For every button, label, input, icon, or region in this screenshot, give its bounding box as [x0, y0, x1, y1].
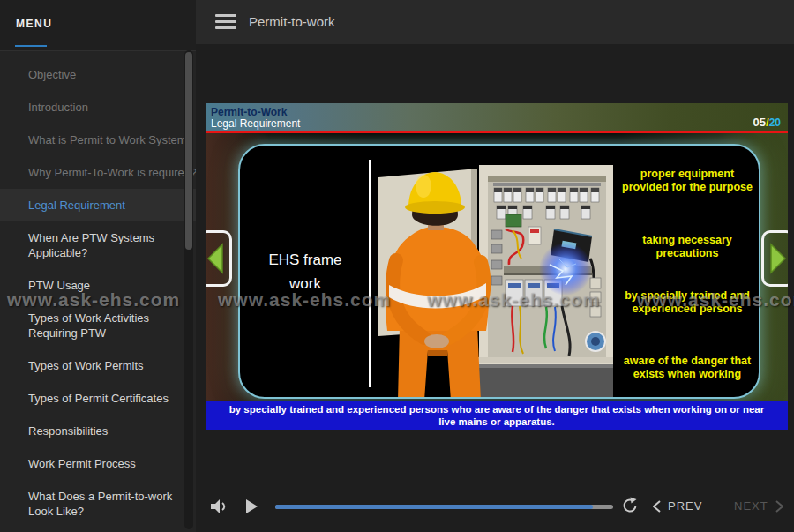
prev-button[interactable]: PREV — [653, 499, 702, 513]
content-panel: EHS frame work — [238, 144, 760, 399]
sidebar-item-legal-requirement[interactable]: Legal Requirement — [0, 189, 196, 221]
topbar: Permit-to-work — [196, 0, 794, 44]
sidebar-item-what-does-ptw-look-like[interactable]: What Does a Permit-to-work Look Like? — [0, 480, 196, 528]
chevron-left-icon — [653, 500, 661, 513]
sidebar-item-objective[interactable]: Objective — [0, 58, 196, 91]
arrow-left-icon — [206, 239, 227, 278]
volume-button[interactable] — [209, 498, 230, 515]
page-current: 05 — [753, 116, 766, 129]
bullet-trained-persons: by specially trained and experienced per… — [619, 289, 755, 316]
bullet-list: proper equipment provided for the purpos… — [619, 146, 755, 399]
hamburger-icon[interactable] — [215, 14, 236, 30]
electric-arc — [539, 243, 592, 296]
next-label: NEXT — [734, 499, 768, 513]
slide: Permit-to-Work Legal Requirement 05/20 E… — [206, 103, 788, 430]
ehs-framework-label: EHS frame work — [240, 248, 371, 296]
sidebar-item-when-applicable[interactable]: When Are PTW Systems Applicable? — [0, 221, 196, 269]
page-total: 20 — [769, 116, 781, 129]
sidebar-item-work-activities[interactable]: Types of Work Activities Requiring PTW — [0, 302, 196, 349]
slide-stage: EHS frame work — [206, 133, 788, 401]
course-player: MENU Objective Introduction What is Perm… — [0, 0, 794, 532]
sidebar-header: MENU — [0, 0, 196, 51]
slide-title: Permit-to-Work — [211, 106, 287, 118]
next-button[interactable]: NEXT — [734, 499, 783, 513]
sidebar: MENU Objective Introduction What is Perm… — [0, 0, 196, 532]
sidebar-item-what-is-ptw[interactable]: What is Permit to Work System? — [0, 124, 196, 156]
prev-label: PREV — [668, 499, 702, 513]
replay-button[interactable] — [621, 497, 639, 514]
vertical-divider — [369, 160, 371, 387]
sidebar-scrollbar-thumb[interactable] — [185, 52, 192, 250]
chevron-right-icon — [775, 500, 783, 513]
play-icon — [244, 498, 258, 514]
main-content: Permit-to-work Permit-to-Work Legal Requ… — [196, 0, 794, 532]
sidebar-item-permit-certificates[interactable]: Types of Permit Certificates — [0, 382, 196, 415]
next-slide-arrow-button[interactable] — [761, 230, 788, 287]
sidebar-item-work-permit-process[interactable]: Work Permit Process — [0, 447, 196, 480]
bullet-proper-equipment: proper equipment provided for the purpos… — [619, 168, 755, 194]
slide-subtitle: Legal Requirement — [211, 117, 300, 130]
worker-electrical-panel-illustration — [373, 146, 620, 399]
menu-label: MENU — [16, 18, 52, 30]
seek-bar[interactable] — [275, 505, 613, 509]
electrical-cabinet — [479, 165, 613, 368]
sidebar-scrollbar[interactable] — [184, 50, 193, 529]
slide-caption: by specially trained and experienced per… — [206, 401, 788, 430]
sidebar-item-work-permits[interactable]: Types of Work Permits — [0, 349, 196, 382]
volume-icon — [209, 498, 230, 515]
seek-bar-fill — [275, 505, 593, 509]
replay-icon — [621, 497, 639, 514]
previous-slide-arrow-button[interactable] — [206, 230, 232, 287]
course-menu: Objective Introduction What is Permit to… — [0, 51, 196, 528]
menu-underline — [15, 45, 47, 47]
sidebar-item-introduction[interactable]: Introduction — [0, 91, 196, 124]
sidebar-item-ptw-usage[interactable]: PTW Usage — [0, 269, 196, 302]
bullet-aware-danger: aware of the danger that exists when wor… — [619, 355, 755, 381]
arrow-right-icon — [767, 239, 788, 278]
page-counter: 05/20 — [753, 116, 781, 129]
sidebar-item-why-ptw-required[interactable]: Why Permit-To-Work is required? — [0, 156, 196, 189]
bullet-precautions: taking necessary precautions — [619, 234, 755, 260]
play-button[interactable] — [244, 498, 258, 514]
page-title: Permit-to-work — [249, 14, 335, 29]
slide-header: Permit-to-Work Legal Requirement 05/20 — [206, 103, 788, 131]
sidebar-item-responsibilities[interactable]: Responsibilities — [0, 415, 196, 447]
